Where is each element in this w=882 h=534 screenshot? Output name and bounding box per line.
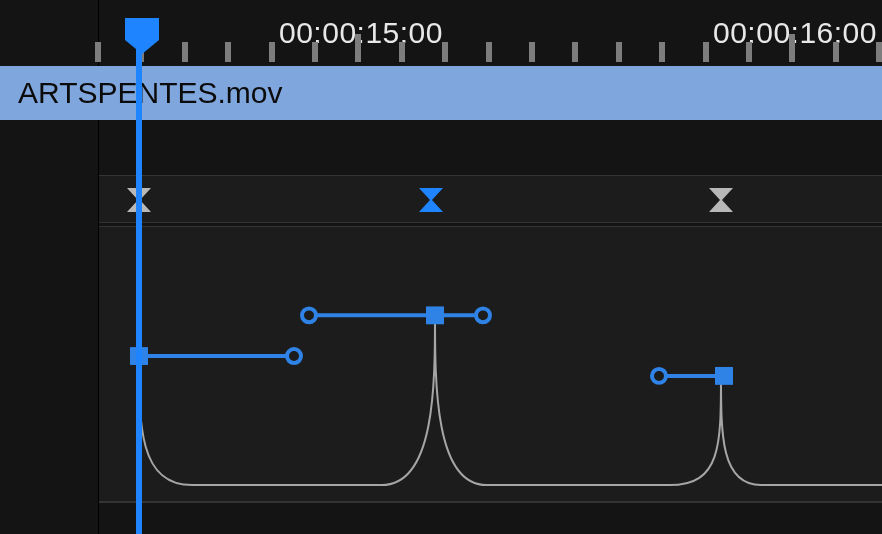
ruler-tick	[95, 42, 101, 62]
clip-label-bar[interactable]: ARTSPENTES.mov	[0, 66, 882, 120]
bezier-handle-point[interactable]	[652, 369, 666, 383]
ruler-tick	[572, 42, 578, 62]
bezier-handle-point[interactable]	[428, 308, 442, 322]
ruler-tick	[182, 42, 188, 62]
ruler-tick	[833, 42, 839, 62]
bezier-handle-point[interactable]	[132, 349, 146, 363]
playhead-handle[interactable]	[125, 18, 159, 40]
ruler-tick	[399, 42, 405, 62]
ruler-tick	[616, 42, 622, 62]
timeline-main[interactable]: 00:00:15:00 00:00:16:00 ARTSPENTES.mov	[99, 0, 882, 534]
ruler-tick	[355, 34, 361, 62]
ruler-tick	[659, 42, 665, 62]
keyframe-marker[interactable]	[417, 186, 445, 214]
ruler-tick	[225, 42, 231, 62]
track-spacer	[99, 120, 882, 170]
bezier-handle-point[interactable]	[287, 349, 301, 363]
keyframe-track[interactable]	[99, 175, 882, 223]
curve-track[interactable]	[99, 226, 882, 502]
clip-filename: ARTSPENTES.mov	[18, 76, 283, 109]
keyframe-marker[interactable]	[707, 186, 735, 214]
ruler-tick	[703, 42, 709, 62]
ruler-tick	[746, 42, 752, 62]
ruler-tick	[486, 42, 492, 62]
keyframe-marker[interactable]	[125, 186, 153, 214]
bezier-handle-point[interactable]	[302, 308, 316, 322]
track-spacer	[99, 502, 882, 534]
ruler-tick	[789, 34, 795, 62]
time-ruler[interactable]: 00:00:15:00 00:00:16:00	[99, 0, 882, 66]
bezier-handle-point[interactable]	[717, 369, 731, 383]
ruler-tick	[312, 42, 318, 62]
ruler-tick	[442, 42, 448, 62]
ruler-tick	[269, 42, 275, 62]
bezier-handle-point[interactable]	[476, 308, 490, 322]
ruler-tick	[529, 42, 535, 62]
ruler-tick	[876, 42, 882, 62]
retime-curve[interactable]	[139, 315, 882, 485]
curve-svg[interactable]	[99, 227, 882, 501]
